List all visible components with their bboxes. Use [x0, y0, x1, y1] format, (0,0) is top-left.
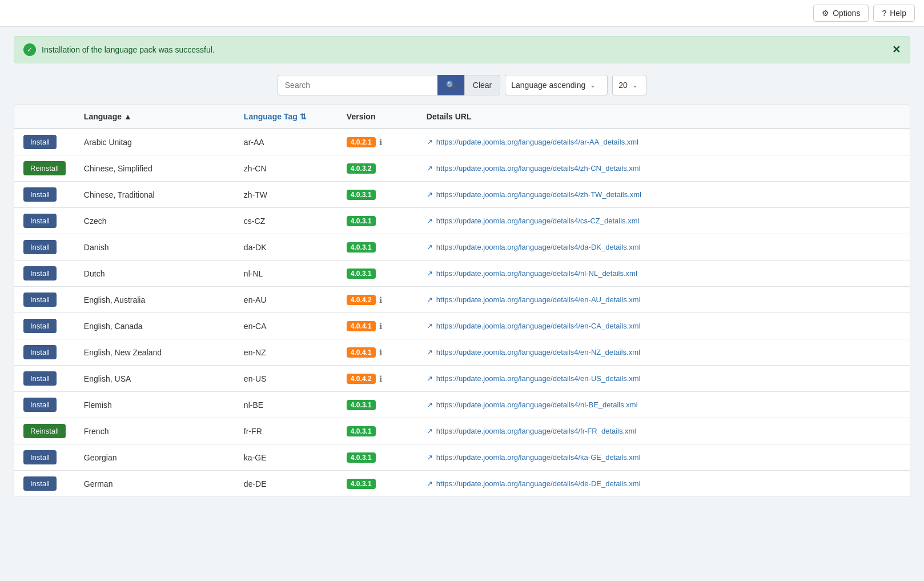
- details-url-link[interactable]: https://update.joomla.org/language/detai…: [436, 190, 641, 199]
- details-url-link[interactable]: https://update.joomla.org/language/detai…: [436, 217, 640, 225]
- details-cell: ↗https://update.joomla.org/language/deta…: [417, 392, 910, 418]
- install-button[interactable]: Install: [23, 135, 57, 149]
- info-icon[interactable]: ℹ: [379, 374, 382, 383]
- version-cell: 4.0.4.2ℹ: [338, 366, 417, 392]
- chevron-down-icon: ⌄: [632, 81, 638, 89]
- details-url-link[interactable]: https://update.joomla.org/language/detai…: [436, 453, 641, 462]
- question-icon: ?: [882, 9, 886, 18]
- external-link-icon: ↗: [427, 190, 433, 199]
- language-tag: en-NZ: [235, 339, 338, 366]
- install-button[interactable]: Install: [23, 371, 57, 386]
- info-icon[interactable]: ℹ: [379, 348, 382, 357]
- table-row: InstallGeorgianka-GE4.0.3.1↗https://upda…: [14, 444, 910, 471]
- language-tag: nl-NL: [235, 261, 338, 287]
- success-banner: ✓ Installation of the language pack was …: [14, 36, 910, 63]
- details-cell: ↗https://update.joomla.org/language/deta…: [417, 261, 910, 287]
- version-cell: 4.0.3.1: [338, 444, 417, 471]
- version-cell: 4.0.2.1ℹ: [338, 129, 417, 155]
- language-name: English, New Zealand: [75, 339, 235, 366]
- per-page-dropdown[interactable]: 20 ⌄: [612, 75, 646, 95]
- install-button[interactable]: Install: [23, 214, 57, 228]
- details-cell: ↗https://update.joomla.org/language/deta…: [417, 155, 910, 182]
- sort-dropdown[interactable]: Language ascending ⌄: [505, 75, 608, 95]
- details-url-link[interactable]: https://update.joomla.org/language/detai…: [436, 400, 638, 409]
- info-icon[interactable]: ℹ: [379, 295, 382, 304]
- language-name: Chinese, Traditional: [75, 182, 235, 208]
- details-url-link[interactable]: https://update.joomla.org/language/detai…: [436, 479, 641, 488]
- install-button[interactable]: Install: [23, 292, 57, 307]
- table-row: InstallEnglish, Canadaen-CA4.0.4.1ℹ↗http…: [14, 313, 910, 339]
- language-tag: en-US: [235, 366, 338, 392]
- table-row: InstallCzechcs-CZ4.0.3.1↗https://update.…: [14, 208, 910, 234]
- external-link-icon: ↗: [427, 295, 433, 304]
- details-url-link[interactable]: https://update.joomla.org/language/detai…: [436, 295, 641, 304]
- language-tag: de-DE: [235, 471, 338, 497]
- language-name: German: [75, 471, 235, 497]
- version-badge: 4.0.3.1: [347, 452, 376, 463]
- search-icon: 🔍: [446, 81, 456, 90]
- version-cell: 4.0.3.1: [338, 261, 417, 287]
- details-url-link[interactable]: https://update.joomla.org/language/detai…: [436, 269, 637, 278]
- details-cell: ↗https://update.joomla.org/language/deta…: [417, 129, 910, 155]
- chevron-down-icon: ⌄: [590, 81, 596, 89]
- install-button[interactable]: Install: [23, 319, 57, 333]
- version-badge: 4.0.4.2: [347, 374, 376, 384]
- details-url-link[interactable]: https://update.joomla.org/language/detai…: [436, 322, 641, 330]
- details-cell: ↗https://update.joomla.org/language/deta…: [417, 234, 910, 261]
- external-link-icon: ↗: [427, 479, 433, 488]
- version-badge: 4.0.3.1: [347, 216, 376, 226]
- col-header-language: Language ▲: [75, 105, 235, 129]
- install-button[interactable]: Install: [23, 476, 57, 491]
- details-url-link[interactable]: https://update.joomla.org/language/detai…: [436, 374, 641, 383]
- details-url-link[interactable]: https://update.joomla.org/language/detai…: [436, 348, 640, 356]
- language-name: French: [75, 418, 235, 444]
- details-url-link[interactable]: https://update.joomla.org/language/detai…: [436, 138, 638, 146]
- info-icon[interactable]: ℹ: [379, 322, 382, 331]
- version-badge: 4.0.4.2: [347, 295, 376, 305]
- info-icon[interactable]: ℹ: [379, 138, 382, 147]
- tag-sort-link[interactable]: Language Tag ⇅: [244, 112, 328, 121]
- language-tag: nl-BE: [235, 392, 338, 418]
- install-button[interactable]: Install: [23, 450, 57, 464]
- details-url-link[interactable]: https://update.joomla.org/language/detai…: [436, 164, 641, 173]
- details-url-link[interactable]: https://update.joomla.org/language/detai…: [436, 243, 641, 251]
- languages-table: Language ▲ Language Tag ⇅ Version: [14, 105, 910, 496]
- reinstall-button[interactable]: Reinstall: [23, 424, 66, 438]
- install-button[interactable]: Install: [23, 240, 57, 254]
- language-sort-link[interactable]: Language ▲: [84, 112, 132, 121]
- table-row: InstallChinese, Traditionalzh-TW4.0.3.1↗…: [14, 182, 910, 208]
- install-button[interactable]: Install: [23, 398, 57, 412]
- success-message: Installation of the language pack was su…: [42, 45, 215, 54]
- external-link-icon: ↗: [427, 427, 433, 435]
- install-button[interactable]: Install: [23, 345, 57, 359]
- col-header-details: Details URL: [417, 105, 910, 129]
- table-row: ReinstallChinese, Simplifiedzh-CN4.0.3.2…: [14, 155, 910, 182]
- languages-table-container: Language ▲ Language Tag ⇅ Version: [14, 105, 910, 497]
- language-tag: ar-AA: [235, 129, 338, 155]
- options-button[interactable]: ⚙ Options: [813, 5, 869, 22]
- details-url-link[interactable]: https://update.joomla.org/language/detai…: [436, 427, 636, 435]
- external-link-icon: ↗: [427, 243, 433, 251]
- search-input[interactable]: [278, 75, 437, 95]
- version-cell: 4.0.4.1ℹ: [338, 339, 417, 366]
- details-cell: ↗https://update.joomla.org/language/deta…: [417, 444, 910, 471]
- search-button[interactable]: 🔍: [437, 75, 464, 95]
- success-icon: ✓: [23, 43, 36, 56]
- sort-label: Language ascending: [511, 81, 585, 90]
- sort-icon: ⇅: [300, 112, 307, 121]
- top-bar: ⚙ Options ? Help: [0, 0, 924, 27]
- details-cell: ↗https://update.joomla.org/language/deta…: [417, 287, 910, 313]
- table-header-row: Language ▲ Language Tag ⇅ Version: [14, 105, 910, 129]
- version-cell: 4.0.3.1: [338, 471, 417, 497]
- version-badge: 4.0.3.1: [347, 479, 376, 489]
- close-banner-button[interactable]: ✕: [892, 45, 901, 55]
- help-button[interactable]: ? Help: [873, 5, 915, 22]
- install-button[interactable]: Install: [23, 266, 57, 281]
- language-tag: da-DK: [235, 234, 338, 261]
- details-cell: ↗https://update.joomla.org/language/deta…: [417, 208, 910, 234]
- language-name: English, Canada: [75, 313, 235, 339]
- reinstall-button[interactable]: Reinstall: [23, 161, 66, 175]
- language-tag: ka-GE: [235, 444, 338, 471]
- clear-button[interactable]: Clear: [464, 75, 500, 95]
- install-button[interactable]: Install: [23, 187, 57, 202]
